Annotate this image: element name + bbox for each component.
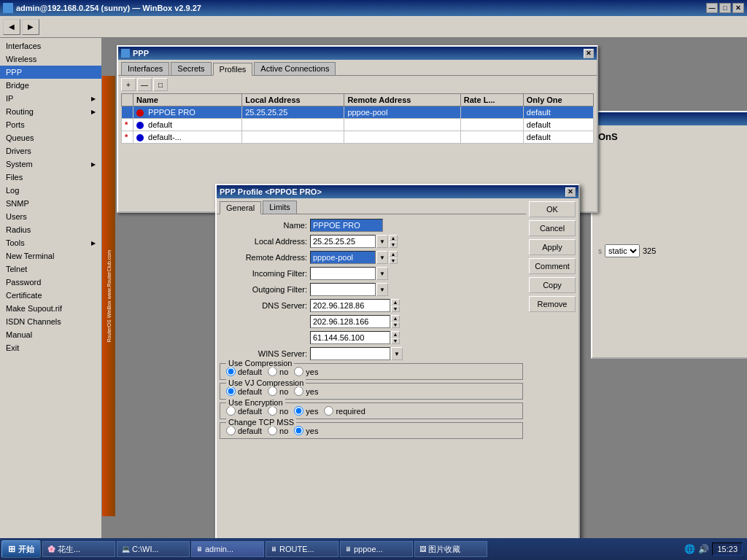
encryption-yes-radio[interactable] [294,406,303,416]
remove-profile-btn[interactable]: — [137,78,152,91]
vj-default-radio[interactable] [226,386,236,396]
sidebar-item-files[interactable]: Files [0,171,101,184]
encryption-required-radio[interactable] [324,406,333,416]
compression-default[interactable]: default [226,367,262,376]
tab-active-connections[interactable]: Active Connections [254,62,336,75]
encryption-no-radio[interactable] [268,406,277,416]
dns2-input[interactable] [310,315,390,328]
sidebar-item-certificate[interactable]: Certificate [0,289,101,302]
sidebar-item-new-terminal[interactable]: New Terminal [0,249,101,262]
remote-address-spin-down[interactable]: ▼ [389,257,398,264]
tcp-mss-yes[interactable]: yes [294,426,318,435]
dns1-input[interactable] [310,299,390,312]
table-row[interactable]: * default-... default [122,131,594,144]
remote-address-input[interactable] [310,251,376,264]
tab-profiles[interactable]: Profiles [213,63,253,76]
profile-tab-general[interactable]: General [220,201,261,214]
dns2-spin-up[interactable]: ▲ [391,315,400,322]
encryption-default[interactable]: default [226,406,262,416]
sidebar-item-drivers[interactable]: Drivers [0,144,101,158]
properties-profile-btn[interactable]: □ [153,78,168,91]
sidebar-item-password[interactable]: Password [0,276,101,289]
vj-default[interactable]: default [226,386,262,396]
dns2-spin-down[interactable]: ▼ [391,322,400,328]
sidebar-item-bridge[interactable]: Bridge [0,79,101,92]
tcp-mss-default[interactable]: default [226,426,262,435]
ok-button[interactable]: OK [529,201,576,217]
dns1-spin-down[interactable]: ▼ [391,306,400,312]
remote-address-dropdown-btn[interactable]: ▼ [376,251,388,264]
dns1-spin-up[interactable]: ▲ [391,299,400,306]
sidebar-item-tools[interactable]: Tools ▶ [0,236,101,249]
incoming-filter-input[interactable] [310,267,376,280]
local-address-input[interactable] [310,235,376,248]
taskbar-item-admin[interactable]: 🖥 admin... [191,541,264,557]
wins-dropdown-btn[interactable]: ▼ [391,347,403,360]
encryption-required[interactable]: required [324,406,365,416]
sidebar-item-ip[interactable]: IP ▶ [0,92,101,105]
sidebar-item-wireless[interactable]: Wireless [0,52,101,66]
profile-dialog-close-btn[interactable]: ✕ [565,187,576,197]
sidebar-item-radius[interactable]: Radius [0,223,101,236]
tab-interfaces[interactable]: Interfaces [121,62,169,75]
name-input[interactable] [310,219,383,232]
dns3-spin-down[interactable]: ▼ [391,338,400,344]
sidebar-item-ppp[interactable]: PPP [0,66,101,79]
taskbar-item-huasheng[interactable]: 🌸 花生... [42,541,115,557]
apply-button[interactable]: Apply [529,239,576,255]
outgoing-filter-input[interactable] [310,283,376,296]
table-row[interactable]: PPPOE PRO 25.25.25.25 pppoe-pool default [122,106,594,119]
tab-secrets[interactable]: Secrets [171,62,211,75]
tcp-mss-default-radio[interactable] [226,426,236,435]
taskbar-item-pppoe[interactable]: 🖥 pppoe... [340,541,413,557]
ppp-window-close-btn[interactable]: ✕ [584,49,594,58]
maximize-button[interactable]: □ [719,3,731,13]
sidebar-item-interfaces[interactable]: Interfaces [0,39,101,52]
profile-tab-limits[interactable]: Limits [263,201,297,214]
wins-input[interactable] [310,347,390,360]
forward-button[interactable]: ▶ [22,19,39,35]
bg-static-dropdown[interactable]: static [605,244,640,257]
sidebar-item-queues[interactable]: Queues [0,131,101,144]
sidebar-item-routing[interactable]: Routing ▶ [0,105,101,118]
sidebar-item-snmp[interactable]: SNMP [0,197,101,210]
compression-yes[interactable]: yes [294,367,318,376]
compression-no[interactable]: no [268,367,288,376]
sidebar-item-telnet[interactable]: Telnet [0,262,101,276]
comment-button[interactable]: Comment [529,258,576,274]
dns3-spin-up[interactable]: ▲ [391,331,400,338]
local-address-dropdown-btn[interactable]: ▼ [376,235,388,248]
outgoing-filter-dropdown-btn[interactable]: ▼ [376,283,388,296]
local-address-spin-down[interactable]: ▼ [389,241,398,248]
sidebar-item-log[interactable]: Log [0,184,101,197]
incoming-filter-dropdown-btn[interactable]: ▼ [376,267,388,280]
sidebar-item-make-supout[interactable]: Make Supout.rif [0,302,101,315]
tcp-mss-no[interactable]: no [268,426,288,435]
sidebar-item-isdn-channels[interactable]: ISDN Channels [0,315,101,328]
encryption-no[interactable]: no [268,406,288,416]
taskbar-item-photos[interactable]: 🖼 图片收藏 [414,541,487,557]
vj-no-radio[interactable] [268,386,277,396]
sidebar-item-system[interactable]: System ▶ [0,158,101,171]
vj-yes[interactable]: yes [294,386,318,396]
vj-no[interactable]: no [268,386,288,396]
remove-button[interactable]: Remove [529,296,576,312]
add-profile-btn[interactable]: + [121,78,136,91]
vj-yes-radio[interactable] [294,386,303,396]
remote-address-spin-up[interactable]: ▲ [389,251,398,257]
copy-button[interactable]: Copy [529,277,576,293]
table-row[interactable]: * default default [122,119,594,131]
taskbar-item-cmd[interactable]: 💻 C:\WI... [117,541,190,557]
local-address-spin-up[interactable]: ▲ [389,235,398,241]
encryption-yes[interactable]: yes [294,406,318,416]
encryption-default-radio[interactable] [226,406,236,416]
back-button[interactable]: ◀ [3,19,20,35]
start-button[interactable]: ⊞ 开始 [1,540,41,558]
cancel-button[interactable]: Cancel [529,220,576,236]
dns3-input[interactable] [310,331,390,344]
sidebar-item-exit[interactable]: Exit [0,341,101,354]
sidebar-item-users[interactable]: Users [0,210,101,223]
close-button[interactable]: ✕ [732,3,744,13]
tcp-mss-no-radio[interactable] [268,426,277,435]
sidebar-item-manual[interactable]: Manual [0,328,101,341]
